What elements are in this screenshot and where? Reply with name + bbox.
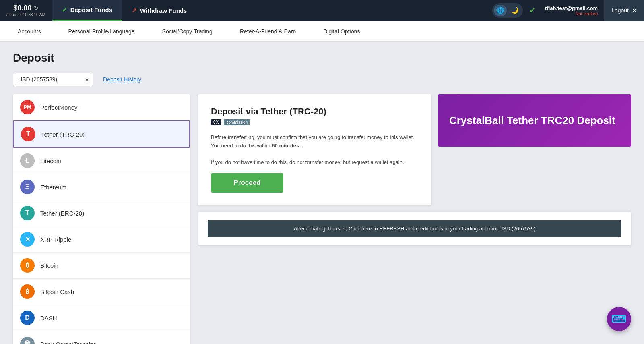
tether-erc-icon: T [20, 206, 35, 220]
deposit-info-panel: Deposit via Tether (TRC-20) 0% commissio… [198, 94, 431, 205]
commission-row: 0% commission [211, 119, 419, 125]
promo-title: CrystalBall Tether TRC20 Deposit [449, 114, 615, 127]
verified-icon: ✔ [529, 6, 535, 15]
withdraw-tab[interactable]: ↗ Withdraw Funds [122, 0, 197, 21]
deposit-info-line1: Before transferring, you must confirm th… [211, 134, 414, 149]
balance-display: $0.00 ↻ actual at 10:33:10 AM [0, 0, 52, 21]
payment-method-sidebar: PM PerfectMoney T Tether (TRC-20) Ł Lite… [13, 94, 190, 344]
xrp-icon: ✕ [20, 232, 35, 247]
user-status: Not verified [576, 11, 598, 16]
refresh-panel: After initiating Transfer, Click here to… [198, 212, 631, 245]
tether-trc-icon: T [21, 127, 35, 141]
main-content: Deposit USD (2657539) Deposit History PM… [0, 42, 644, 344]
nav-accounts[interactable]: Accounts [16, 21, 43, 42]
deposit-tab[interactable]: ✔ Deposit Funds [52, 0, 122, 21]
deposit-history-link[interactable]: Deposit History [103, 76, 141, 83]
deposit-row: Deposit via Tether (TRC-20) 0% commissio… [198, 94, 631, 205]
tether-trc-label: Tether (TRC-20) [41, 131, 85, 138]
deposit-info-line2: If you do not have time to do this, do n… [211, 159, 404, 165]
deposit-info-end: . [301, 143, 302, 149]
bank-icon: 🏛 [20, 337, 35, 344]
bitcoincash-label: Bitcoin Cash [40, 288, 74, 295]
main-panel: Deposit via Tether (TRC-20) 0% commissio… [198, 94, 631, 245]
perfectmoney-icon: PM [20, 100, 35, 114]
page-title: Deposit [13, 52, 631, 64]
navbar: Accounts Personal Profile/Language Socia… [0, 21, 644, 42]
litecoin-icon: Ł [20, 153, 35, 168]
refresh-button[interactable]: After initiating Transfer, Click here to… [208, 220, 621, 237]
account-select-wrapper[interactable]: USD (2657539) [13, 73, 93, 86]
bitcoin-label: Bitcoin [40, 262, 58, 269]
user-email: tflab.test@gmail.com [545, 5, 598, 11]
sidebar-item-dash[interactable]: D DASH [13, 305, 190, 331]
account-select[interactable]: USD (2657539) [13, 73, 93, 86]
ethereum-icon: Ξ [20, 180, 35, 194]
content-layout: PM PerfectMoney T Tether (TRC-20) Ł Lite… [13, 94, 631, 344]
deposit-panel-title: Deposit via Tether (TRC-20) [211, 106, 419, 117]
theme-toggle[interactable]: 🌐 🌙 [492, 3, 523, 18]
bank-label: Bank Cards/Transfer [40, 341, 96, 344]
light-theme-btn[interactable]: 🌐 [494, 5, 507, 16]
bitcoin-icon: ₿ [20, 258, 35, 273]
sidebar-item-bitcoincash[interactable]: ₿ Bitcoin Cash [13, 279, 190, 305]
chat-button[interactable]: ⌨ [607, 307, 631, 331]
ethereum-label: Ethereum [40, 184, 66, 191]
proceed-button[interactable]: Proceed [211, 173, 283, 193]
nav-profile[interactable]: Personal Profile/Language [67, 21, 136, 42]
sidebar-item-bank[interactable]: 🏛 Bank Cards/Transfer [13, 331, 190, 344]
dash-label: DASH [40, 315, 57, 321]
topbar: $0.00 ↻ actual at 10:33:10 AM ✔ Deposit … [0, 0, 644, 21]
bitcoincash-icon: ₿ [20, 284, 35, 299]
toolbar: USD (2657539) Deposit History [13, 73, 631, 86]
chat-icon: ⌨ [611, 313, 627, 325]
deposit-info-bold: 60 minutes [272, 143, 299, 149]
topbar-right: 🌐 🌙 ✔ tflab.test@gmail.com Not verified … [492, 0, 644, 21]
user-section: tflab.test@gmail.com Not verified [539, 5, 604, 16]
nav-digital[interactable]: Digital Options [322, 21, 361, 42]
dark-theme-btn[interactable]: 🌙 [508, 5, 521, 16]
balance-amount: $0.00 [13, 4, 31, 12]
sidebar-item-perfectmoney[interactable]: PM PerfectMoney [13, 94, 190, 120]
balance-timestamp: actual at 10:33:10 AM [6, 12, 45, 17]
close-icon: ✕ [632, 7, 637, 14]
sidebar-item-tether-erc20[interactable]: T Tether (ERC-20) [13, 200, 190, 226]
xrp-label: XRP Ripple [40, 236, 71, 243]
withdraw-tab-label: Withdraw Funds [140, 7, 187, 14]
dash-icon: D [20, 311, 35, 325]
nav-social[interactable]: Social/Copy Trading [161, 21, 214, 42]
sidebar-item-bitcoin[interactable]: ₿ Bitcoin [13, 253, 190, 279]
promo-banner: CrystalBall Tether TRC20 Deposit [438, 94, 631, 147]
litecoin-label: Litecoin [40, 157, 61, 164]
perfectmoney-label: PerfectMoney [40, 104, 78, 111]
nav-refer[interactable]: Refer-A-Friend & Earn [238, 21, 297, 42]
deposit-tab-label: Deposit Funds [70, 6, 112, 13]
withdraw-tab-icon: ↗ [132, 7, 137, 14]
sidebar-item-tether-trc20[interactable]: T Tether (TRC-20) [13, 120, 190, 148]
sidebar-item-xrp[interactable]: ✕ XRP Ripple [13, 226, 190, 253]
logout-label: Logout [611, 7, 629, 14]
commission-label: commission [224, 119, 250, 125]
sidebar-item-ethereum[interactable]: Ξ Ethereum [13, 174, 190, 200]
sidebar-item-litecoin[interactable]: Ł Litecoin [13, 148, 190, 174]
deposit-info-text: Before transferring, you must confirm th… [211, 133, 419, 167]
refresh-icon[interactable]: ↻ [34, 5, 38, 11]
logout-button[interactable]: Logout ✕ [604, 0, 644, 21]
tether-erc-label: Tether (ERC-20) [40, 210, 84, 217]
deposit-tab-icon: ✔ [62, 6, 67, 14]
commission-percent: 0% [211, 119, 221, 125]
